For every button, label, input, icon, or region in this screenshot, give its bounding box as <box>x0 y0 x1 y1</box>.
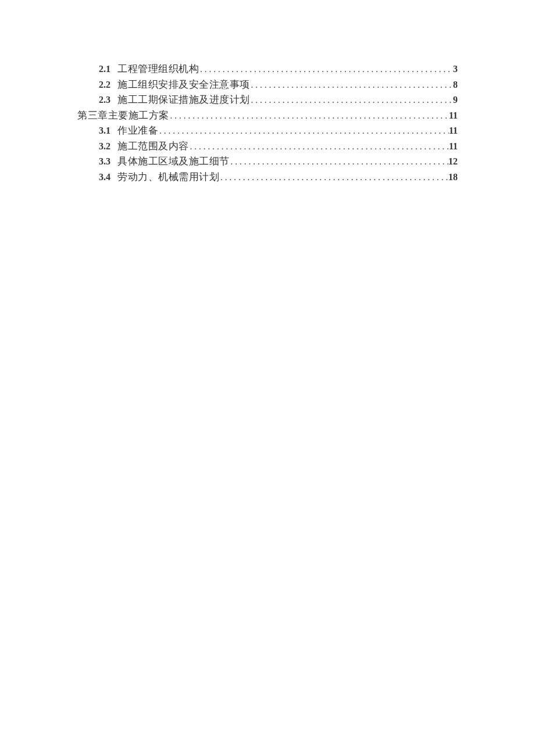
toc-page: 3 <box>453 62 458 77</box>
toc-leader-dots <box>189 139 449 155</box>
toc-leader-dots <box>230 155 449 170</box>
toc-title: 具体施工区域及施工细节 <box>117 154 230 169</box>
toc-number: 3.3 <box>99 154 110 169</box>
toc-entry[interactable]: 3.3 具体施工区域及施工细节 12 <box>77 154 458 170</box>
toc-page: 8 <box>453 77 458 92</box>
toc-title: 施工范围及内容 <box>117 139 189 154</box>
toc-leader-dots <box>250 78 454 93</box>
toc-number: 2.3 <box>99 92 110 108</box>
toc-entry[interactable]: 2.2 施工组织安排及安全注意事项 8 <box>77 77 458 93</box>
toc-chapter-entry[interactable]: 第三章主要施工方案 11 <box>77 108 458 124</box>
toc-number: 2.1 <box>99 62 110 77</box>
toc-title: 第三章主要施工方案 <box>77 108 169 123</box>
toc-entry[interactable]: 2.1 工程管理组织机构 3 <box>77 62 458 77</box>
toc-entry[interactable]: 3.2 施工范围及内容 11 <box>77 139 458 155</box>
toc-leader-dots <box>219 170 448 185</box>
toc-page: 18 <box>448 170 458 185</box>
toc-page: 11 <box>449 139 458 154</box>
toc-leader-dots <box>158 124 449 139</box>
toc-leader-dots <box>199 62 453 77</box>
toc-title: 施工组织安排及安全注意事项 <box>117 77 250 92</box>
toc-leader-dots <box>169 109 449 124</box>
toc-number: 3.4 <box>99 170 110 185</box>
table-of-contents: 2.1 工程管理组织机构 3 2.2 施工组织安排及安全注意事项 8 2.3 施… <box>0 62 535 185</box>
toc-page: 11 <box>449 108 458 123</box>
toc-title: 劳动力、机械需用计划 <box>117 170 219 185</box>
toc-entry[interactable]: 2.3 施工工期保证措施及进度计划 9 <box>77 92 458 108</box>
toc-page: 11 <box>449 123 458 138</box>
toc-entry[interactable]: 3.1 作业准备 11 <box>77 123 458 139</box>
toc-entry[interactable]: 3.4 劳动力、机械需用计划 18 <box>77 170 458 185</box>
toc-number: 3.2 <box>99 139 110 154</box>
toc-number: 3.1 <box>99 123 110 138</box>
toc-page: 9 <box>453 92 458 108</box>
toc-number: 2.2 <box>99 77 110 92</box>
toc-title: 工程管理组织机构 <box>117 62 199 77</box>
toc-page: 12 <box>448 154 458 169</box>
toc-title: 作业准备 <box>117 123 158 138</box>
toc-title: 施工工期保证措施及进度计划 <box>117 92 250 108</box>
toc-leader-dots <box>250 93 454 108</box>
